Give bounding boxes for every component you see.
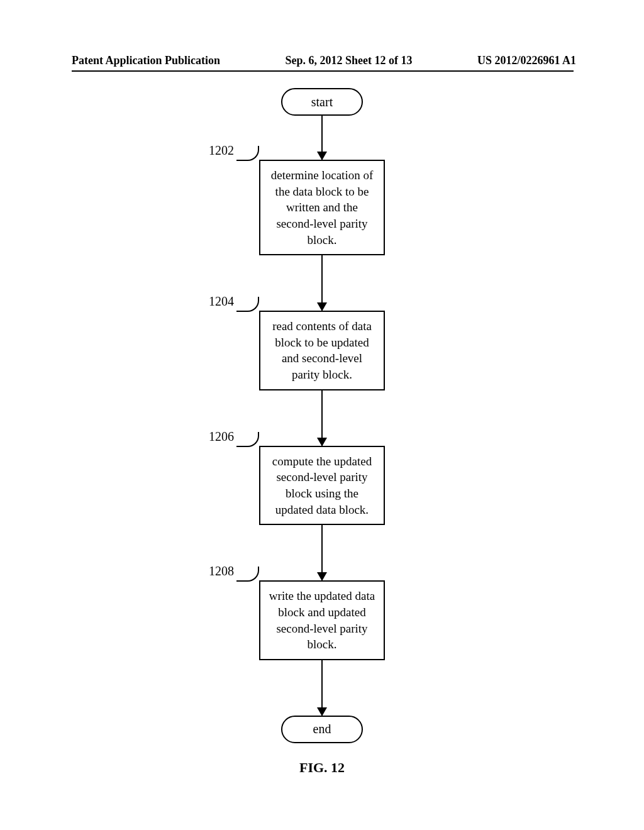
header-left: Patent Application Publication [72,54,220,67]
figure-caption: FIG. 12 [0,760,644,776]
process-text: determine location of the data block to … [271,169,374,246]
arrow [0,255,644,311]
ref-text: 1208 [209,564,234,578]
ref-1202: 1202 [209,143,259,158]
header-center: Sep. 6, 2012 Sheet 12 of 13 [286,54,413,67]
start-terminal: start [281,88,363,116]
ref-1204: 1204 [209,294,259,309]
flowchart: start 1202 determine location of the dat… [0,88,644,776]
process-1204: read contents of data block to be update… [259,311,385,390]
process-1208: write the updated data block and updated… [259,580,385,660]
end-terminal: end [281,716,363,743]
process-text: compute the updated second-level parity … [272,455,372,516]
ref-text: 1206 [209,429,234,444]
header-rule [72,70,574,72]
start-label: start [311,95,333,109]
arrow [0,390,644,446]
ref-text: 1204 [209,294,234,309]
ref-text: 1202 [209,143,234,158]
process-text: write the updated data block and updated… [269,589,375,651]
arrow [0,660,644,716]
end-label: end [313,722,331,736]
ref-1206: 1206 [209,429,259,445]
arrow [0,525,644,580]
process-text: read contents of data block to be update… [272,319,372,381]
process-1202: determine location of the data block to … [259,160,385,255]
page-header: Patent Application Publication Sep. 6, 2… [0,54,644,67]
ref-1208: 1208 [209,564,259,579]
process-1206: compute the updated second-level parity … [259,446,385,526]
header-right: US 2012/0226961 A1 [477,54,576,67]
arrow [0,116,644,160]
